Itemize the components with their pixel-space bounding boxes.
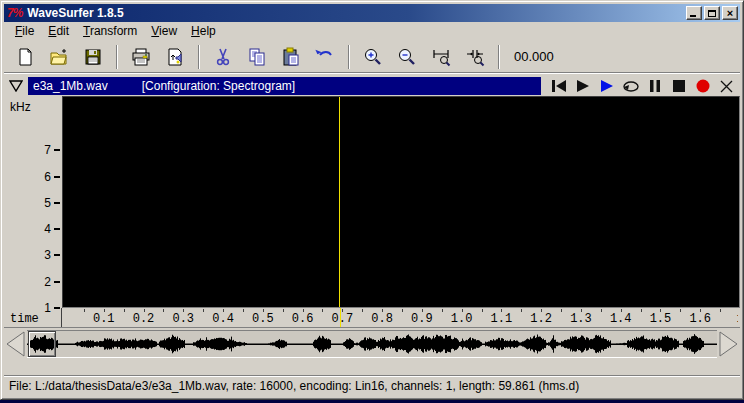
toolbar-separator bbox=[498, 45, 500, 69]
zoom-in-button[interactable] bbox=[359, 44, 387, 70]
time-minor-tick bbox=[641, 309, 642, 312]
freq-tick: 2 bbox=[39, 276, 60, 288]
record-button[interactable] bbox=[691, 77, 714, 95]
loop-icon bbox=[622, 80, 640, 93]
time-axis-scale[interactable]: 0.10.20.30.40.50.60.70.80.91.01.11.21.31… bbox=[64, 308, 738, 327]
toolbar-separator bbox=[116, 45, 118, 69]
pause-button[interactable] bbox=[643, 77, 666, 95]
time-minor-tick bbox=[243, 309, 244, 312]
time-minor-tick bbox=[561, 309, 562, 312]
freq-tick: 6 bbox=[39, 171, 60, 183]
spectrogram-area[interactable] bbox=[62, 96, 740, 308]
cut-icon bbox=[213, 47, 233, 67]
freq-tick: 4 bbox=[39, 223, 60, 235]
overview-waveform-canvas[interactable] bbox=[27, 331, 717, 357]
properties-button[interactable] bbox=[161, 44, 189, 70]
time-tick-label: 0.6 bbox=[290, 312, 316, 326]
pane-configuration: [Configuration: Spectrogram] bbox=[142, 79, 295, 93]
menu-item[interactable]: View bbox=[144, 22, 184, 40]
zoom-all-button[interactable] bbox=[461, 44, 489, 70]
view-region-thumb[interactable] bbox=[28, 331, 56, 357]
goto-start-button[interactable] bbox=[547, 77, 570, 95]
menu-item[interactable]: File bbox=[8, 22, 41, 40]
time-minor-tick bbox=[283, 309, 284, 312]
time-tick-label: 0.2 bbox=[131, 312, 157, 326]
title-bar[interactable]: 7% WaveSurfer 1.8.5 × bbox=[4, 4, 740, 22]
print-button[interactable] bbox=[127, 44, 155, 70]
play-from-cursor-button[interactable] bbox=[595, 77, 618, 95]
scroll-right-button[interactable] bbox=[717, 330, 740, 358]
cut-button[interactable] bbox=[209, 44, 237, 70]
pane-close-icon bbox=[720, 80, 733, 93]
menu-item[interactable]: Help bbox=[184, 22, 223, 40]
time-tick-label: 0.9 bbox=[409, 312, 435, 326]
freq-tick: 7 bbox=[39, 144, 60, 156]
app-icon: 7% bbox=[7, 7, 22, 19]
loop-play-button[interactable] bbox=[619, 77, 642, 95]
time-minor-tick bbox=[84, 309, 85, 312]
paste-button[interactable] bbox=[277, 44, 305, 70]
open-file-button[interactable] bbox=[45, 44, 73, 70]
frequency-unit-label: kHz bbox=[10, 100, 31, 114]
time-minor-tick bbox=[203, 309, 204, 312]
toolbar-separator bbox=[348, 45, 350, 69]
time-tick-label: 0.8 bbox=[369, 312, 395, 326]
time-tick-label: 1.3 bbox=[568, 312, 594, 326]
pane-close-button[interactable] bbox=[715, 77, 738, 95]
toolbar: 00.000 bbox=[4, 40, 740, 74]
menu-item[interactable]: Edit bbox=[41, 22, 76, 40]
zoom-selection-icon bbox=[431, 47, 451, 67]
copy-button[interactable] bbox=[243, 44, 271, 70]
time-axis-label: time bbox=[10, 312, 39, 326]
paste-icon bbox=[281, 47, 301, 67]
app-window: 7% WaveSurfer 1.8.5 × File Edit Transfor… bbox=[0, 0, 744, 400]
undo-button[interactable] bbox=[311, 44, 339, 70]
freq-tick: 5 bbox=[39, 197, 60, 209]
save-icon bbox=[83, 47, 103, 67]
play-cursor-icon bbox=[600, 80, 614, 92]
time-tick-label: 0.3 bbox=[170, 312, 196, 326]
time-tick-label: 1.5 bbox=[647, 312, 673, 326]
new-file-button[interactable] bbox=[11, 44, 39, 70]
goto-start-icon bbox=[551, 80, 567, 92]
print-icon bbox=[131, 47, 151, 67]
close-icon: × bbox=[727, 8, 733, 18]
zoom-selection-button[interactable] bbox=[427, 44, 455, 70]
time-axis: time 0.10.20.30.40.50.60.70.80.91.01.11.… bbox=[4, 308, 740, 328]
time-axis-cursor bbox=[340, 308, 341, 327]
pane-title-bar[interactable]: e3a_1Mb.wav [Configuration: Spectrogram] bbox=[28, 77, 541, 95]
play-icon bbox=[576, 80, 590, 92]
time-tick-label: 1.1 bbox=[488, 312, 514, 326]
open-folder-icon bbox=[49, 47, 69, 67]
time-tick-label: 0.4 bbox=[210, 312, 236, 326]
scroll-right-icon bbox=[718, 331, 740, 357]
scroll-left-button[interactable] bbox=[4, 330, 27, 358]
spectrogram-canvas[interactable] bbox=[63, 97, 739, 307]
time-minor-tick bbox=[521, 309, 522, 312]
pane-header: e3a_1Mb.wav [Configuration: Spectrogram] bbox=[4, 76, 740, 96]
play-button[interactable] bbox=[571, 77, 594, 95]
time-minor-tick bbox=[442, 309, 443, 312]
freq-tick: 3 bbox=[39, 249, 60, 261]
time-tick-label: 1.6 bbox=[687, 312, 713, 326]
time-minor-tick bbox=[482, 309, 483, 312]
transport-controls bbox=[541, 77, 740, 95]
time-minor-tick bbox=[124, 309, 125, 312]
close-button[interactable]: × bbox=[722, 6, 738, 20]
time-tick-label: 1.2 bbox=[528, 312, 554, 326]
menu-item[interactable]: Transform bbox=[76, 22, 144, 40]
zoom-out-button[interactable] bbox=[393, 44, 421, 70]
time-tick-label: 1.0 bbox=[449, 312, 475, 326]
overview-strip[interactable] bbox=[27, 330, 717, 358]
undo-icon bbox=[315, 47, 335, 67]
save-button[interactable] bbox=[79, 44, 107, 70]
menu-bar: File Edit Transform View Help bbox=[4, 22, 740, 40]
pane-collapse-button[interactable] bbox=[4, 77, 28, 95]
minimize-button[interactable] bbox=[686, 6, 702, 20]
status-text: File: L:/data/thesisData/e3/e3a_1Mb.wav,… bbox=[9, 379, 579, 393]
playback-cursor[interactable] bbox=[339, 97, 340, 307]
time-minor-tick bbox=[322, 309, 323, 312]
maximize-button[interactable] bbox=[704, 6, 720, 20]
toolbar-separator bbox=[198, 45, 200, 69]
stop-button[interactable] bbox=[667, 77, 690, 95]
